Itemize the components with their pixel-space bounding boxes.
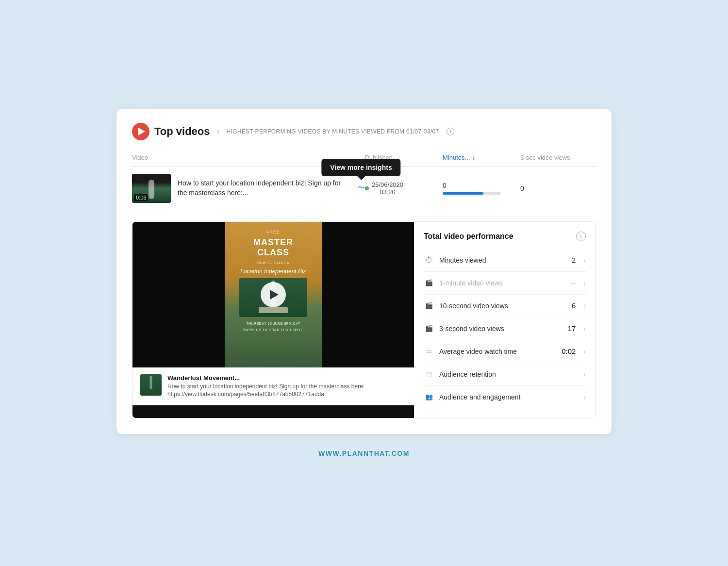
published-date: 25/06/2020 03:20: [372, 181, 403, 196]
page-header: Top videos › HIGHEST-PERFORMING VIDEOS B…: [132, 123, 596, 140]
perf-row-watch-time[interactable]: ▭ Average video watch time 0:02 ›: [424, 340, 586, 363]
chevron-right-icon-3sec: ›: [583, 325, 586, 333]
col-minutes[interactable]: Minutes... ↓: [443, 154, 520, 162]
perf-value-watch-time: 0:02: [556, 347, 576, 355]
video-player[interactable]: FREE MASTERCLASS HOW TO START A Location…: [132, 222, 414, 367]
perf-label-watch-time: Average video watch time: [439, 348, 551, 355]
perf-row-1min[interactable]: 🎬 1-minute video views -- ›: [424, 272, 586, 295]
perf-value-3sec: 17: [556, 324, 576, 333]
footer-url: WWW.PLANNTHAT.COM: [318, 449, 410, 457]
video-preview: FREE MASTERCLASS HOW TO START A Location…: [132, 222, 414, 418]
main-card: Top videos › HIGHEST-PERFORMING VIDEOS B…: [116, 109, 612, 434]
poster-date: THURSDAY 25 JUNE 6PM CAT: [246, 322, 300, 325]
performance-panel: Total video performance i ⏱ Minutes view…: [414, 222, 596, 418]
perf-value-minutes: 2: [556, 256, 576, 264]
chevron-right-icon-engagement: ›: [583, 393, 586, 401]
post-thumbnail: [140, 374, 162, 396]
play-button[interactable]: [261, 282, 286, 307]
live-dot: [365, 186, 369, 190]
play-btn-triangle-icon: [270, 290, 279, 300]
progress-bar-fill: [443, 192, 483, 195]
bottom-area: FREE MASTERCLASS HOW TO START A Location…: [132, 221, 596, 418]
perf-label-engagement: Audience and engagement: [439, 393, 551, 401]
info-icon[interactable]: i: [447, 128, 454, 135]
video-duration: 0:06: [134, 194, 148, 201]
perf-title: Total video performance: [424, 232, 513, 241]
poster-script: Location Independent Biz: [240, 267, 306, 276]
perf-info-icon[interactable]: i: [576, 232, 586, 241]
tooltip-box[interactable]: View more insights: [321, 159, 400, 176]
perf-label-retention: Audience retention: [439, 370, 551, 378]
insights-icon[interactable]: 〜: [357, 183, 365, 192]
poster-free-text: FREE: [266, 230, 280, 234]
table-area: Video Published Minutes... ↓ 3-sec video…: [132, 154, 596, 210]
perf-row-3sec[interactable]: 🎬 3-second video views 17 ›: [424, 317, 586, 340]
col-views: 3-sec video views: [520, 154, 596, 162]
chevron-right-icon: ›: [583, 256, 586, 264]
breadcrumb-subtitle: HIGHEST-PERFORMING VIDEOS BY MINUTES VIE…: [227, 128, 439, 135]
perf-row-10sec[interactable]: 🎬 10-second video views 6 ›: [424, 295, 586, 317]
table-row: 0:06 How to start your location independ…: [132, 167, 596, 210]
chevron-right-icon-1min: ›: [583, 279, 586, 287]
perf-label-1min: 1-minute video views: [439, 279, 551, 287]
play-icon: [132, 123, 149, 140]
clock-icon: ⏱: [424, 255, 434, 266]
post-description: How to start your location independent b…: [167, 383, 406, 399]
views-cell: 0: [520, 184, 596, 192]
post-info: Wanderlust Movement... How to start your…: [132, 367, 414, 406]
perf-value-10sec: 6: [556, 301, 576, 310]
video-cell: 0:06 How to start your location independ…: [132, 174, 365, 203]
perf-row-engagement[interactable]: 👥 Audience and engagement ›: [424, 386, 586, 408]
video-icon-3sec: 🎬: [424, 323, 434, 334]
published-cell: 25/06/2020 03:20: [365, 181, 443, 196]
perf-label-10sec: 10-second video views: [439, 302, 551, 310]
page-title: Top videos: [154, 125, 210, 138]
minutes-cell: 0: [443, 182, 520, 195]
poster-howto: HOW TO START A: [257, 261, 289, 265]
post-text: Wanderlust Movement... How to start your…: [167, 374, 406, 399]
poster-cta: SWIPE UP TO GRAB YOUR SPOT!: [243, 328, 304, 332]
perf-row-retention[interactable]: ▤ Audience retention ›: [424, 363, 586, 386]
video-title: How to start your location independent b…: [178, 179, 350, 198]
chevron-right-icon-watch: ›: [583, 348, 586, 355]
video-thumbnail[interactable]: 0:06: [132, 174, 171, 203]
progress-bar: [443, 192, 501, 195]
watch-time-icon: ▭: [424, 346, 434, 357]
video-camera-icon: 🎬: [424, 278, 434, 288]
sort-arrow-icon: ↓: [472, 154, 475, 162]
perf-row-minutes[interactable]: ⏱ Minutes viewed 2 ›: [424, 249, 586, 272]
footer: WWW.PLANNTHAT.COM: [318, 449, 410, 457]
perf-header: Total video performance i: [424, 232, 586, 241]
minutes-value: 0: [443, 182, 520, 189]
breadcrumb-sep: ›: [217, 126, 220, 136]
chevron-right-icon-10sec: ›: [583, 302, 586, 310]
retention-icon: ▤: [424, 369, 434, 380]
video-icon-10sec: 🎬: [424, 300, 434, 311]
perf-value-1min: --: [556, 279, 576, 287]
tooltip-wrap: 〜 View more insights: [357, 183, 365, 193]
perf-label-3sec: 3-second video views: [439, 325, 551, 333]
post-account: Wanderlust Movement...: [167, 374, 406, 382]
perf-label-minutes: Minutes viewed: [439, 256, 551, 264]
poster-title: MASTERCLASS: [253, 237, 293, 258]
engagement-icon: 👥: [424, 392, 434, 402]
chevron-right-icon-retention: ›: [583, 370, 586, 378]
